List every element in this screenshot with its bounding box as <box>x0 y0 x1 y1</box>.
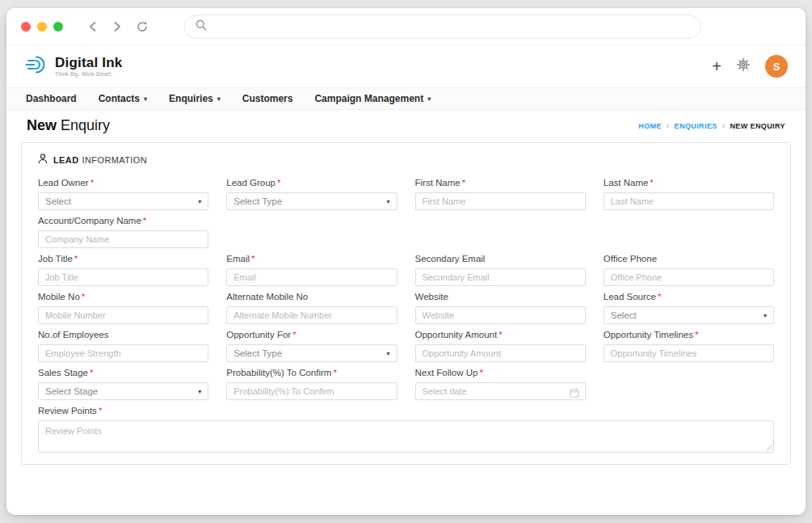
field-label: Opportunity Amount* <box>415 329 586 340</box>
review-points-textarea[interactable] <box>38 420 774 453</box>
label-text: Sales Stage <box>38 367 88 378</box>
first-name-input[interactable] <box>415 192 586 210</box>
section-header: LEAD INFORMATION <box>38 153 774 167</box>
label-text: First Name <box>415 177 461 188</box>
section-title-secondary: INFORMATION <box>82 155 148 165</box>
chevron-down-icon: ▾ <box>764 312 767 319</box>
add-icon[interactable]: + <box>712 58 722 74</box>
browser-toolbar <box>6 8 806 45</box>
field-label: Sales Stage* <box>38 367 208 378</box>
field-job-title: Job Title* <box>38 253 208 286</box>
back-icon[interactable] <box>87 20 99 33</box>
last-name-input[interactable] <box>604 192 774 210</box>
chevron-down-icon: ▾ <box>144 95 147 103</box>
field-label: Lead Source* <box>604 291 774 302</box>
page-title-secondary: Enquiry <box>61 117 110 134</box>
field-label: Website <box>415 291 586 302</box>
opportunity-for-select[interactable]: Select Type▾ <box>226 344 397 362</box>
chevron-down-icon: ▾ <box>386 350 389 357</box>
mobile-number-input[interactable] <box>38 306 208 324</box>
breadcrumb-home[interactable]: HOME <box>638 122 662 130</box>
label-text: Lead Source <box>604 291 656 302</box>
maximize-window-button[interactable] <box>53 22 63 32</box>
brand-text: Digital Ink Think Big. Work Smart. <box>55 56 122 78</box>
label-text: Website <box>415 291 448 302</box>
required-marker: * <box>277 177 280 188</box>
address-bar[interactable] <box>184 15 701 39</box>
select-value: Select Stage <box>45 386 98 396</box>
minimize-window-button[interactable] <box>37 22 47 32</box>
lead-group-select[interactable]: Select Type▾ <box>226 192 397 210</box>
chevron-down-icon: ▾ <box>198 198 201 205</box>
label-text: Email <box>226 253 250 264</box>
field-label: Job Title* <box>38 253 208 264</box>
required-marker: * <box>251 253 255 264</box>
label-text: Opportunity Amount <box>415 329 498 340</box>
select-value: Select Type <box>234 196 282 206</box>
field-label: Last Name* <box>604 177 774 188</box>
field-last-name: Last Name* <box>604 177 774 210</box>
field-lead-owner: Lead Owner* Select▾ <box>38 177 208 210</box>
nav-item-dashboard[interactable]: Dashboard <box>26 93 77 104</box>
form-grid: Lead Owner* Select▾ Lead Group* Select T… <box>38 177 774 453</box>
label-text: No.of Employees <box>38 329 109 340</box>
field-label: Mobile No* <box>38 291 208 302</box>
field-label: First Name* <box>415 177 586 188</box>
required-marker: * <box>499 329 502 340</box>
field-opportunity-timelines: Opportunity Timelines* <box>604 329 774 362</box>
sales-stage-select[interactable]: Select Stage▾ <box>38 382 208 400</box>
employee-strength-input[interactable] <box>38 344 208 362</box>
required-marker: * <box>292 329 296 340</box>
label-text: Account/Company Name <box>38 215 141 226</box>
title-row: New Enquiry HOME › ENQUIRIES › NEW ENQUI… <box>6 110 806 141</box>
label-text: Alternate Mobile No <box>226 291 308 302</box>
field-opportunity-for: Opportunity For* Select Type▾ <box>226 329 397 362</box>
calendar-icon[interactable] <box>570 386 579 401</box>
next-follow-up-date-input[interactable] <box>415 382 586 400</box>
breadcrumb-enquiries[interactable]: ENQUIRIES <box>675 122 717 130</box>
field-label: Secondary Email <box>415 253 586 264</box>
select-value: Select <box>45 196 71 206</box>
opportunity-amount-input[interactable] <box>415 344 586 362</box>
label-text: Office Phone <box>604 253 657 264</box>
field-label: Office Phone <box>604 253 774 264</box>
refresh-icon[interactable] <box>136 20 149 33</box>
lead-owner-select[interactable]: Select▾ <box>38 192 208 210</box>
field-lead-group: Lead Group* Select Type▾ <box>226 177 397 210</box>
field-label: Probability(%) To Confirm* <box>226 367 397 378</box>
opportunity-timelines-input[interactable] <box>604 344 774 362</box>
office-phone-input[interactable] <box>604 268 774 286</box>
alternate-mobile-input[interactable] <box>226 306 397 324</box>
next-follow-up-date-wrap <box>415 382 586 400</box>
lead-source-select[interactable]: Select▾ <box>604 306 774 324</box>
required-marker: * <box>82 291 85 302</box>
brand-logo[interactable]: Digital Ink Think Big. Work Smart. <box>24 53 122 79</box>
field-label: Account/Company Name* <box>38 215 208 226</box>
gear-icon[interactable] <box>736 57 751 75</box>
forward-icon[interactable] <box>111 20 123 33</box>
nav-item-campaign-management[interactable]: Campaign Management ▾ <box>314 93 431 104</box>
grid-spacer <box>226 215 774 248</box>
company-name-input[interactable] <box>38 230 208 248</box>
person-icon <box>38 153 48 167</box>
close-window-button[interactable] <box>21 22 31 32</box>
email-input[interactable] <box>226 268 397 286</box>
chevron-down-icon: ▾ <box>386 198 389 205</box>
nav-item-contacts[interactable]: Contacts ▾ <box>99 93 147 104</box>
app-header: Digital Ink Think Big. Work Smart. + <box>6 45 806 87</box>
nav-item-customers[interactable]: Customers <box>242 93 293 104</box>
required-marker: * <box>90 177 94 188</box>
required-marker: * <box>695 329 698 340</box>
breadcrumb-separator: › <box>667 121 670 130</box>
website-input[interactable] <box>415 306 586 324</box>
nav-item-enquiries[interactable]: Enquiries ▾ <box>169 93 221 104</box>
brand-tagline: Think Big. Work Smart. <box>55 72 122 78</box>
field-probability-to-confirm: Probability(%) To Confirm* <box>226 367 397 400</box>
avatar[interactable]: S <box>765 55 788 78</box>
job-title-input[interactable] <box>38 268 208 286</box>
secondary-email-input[interactable] <box>415 268 586 286</box>
probability-input[interactable] <box>226 382 397 400</box>
main-nav: Dashboard Contacts ▾ Enquiries ▾ Custome… <box>6 87 806 110</box>
select-value: Select Type <box>234 348 282 358</box>
breadcrumb: HOME › ENQUIRIES › NEW ENQUIRY <box>638 121 785 130</box>
